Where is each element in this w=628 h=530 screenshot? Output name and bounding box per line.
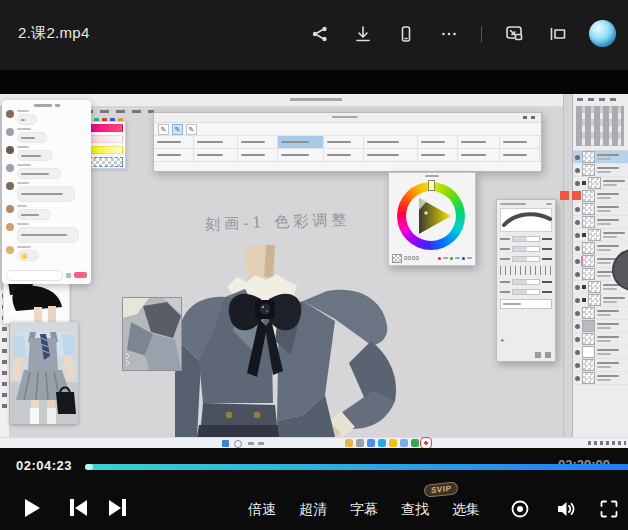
settings-cell[interactable]	[418, 149, 458, 161]
color-wheel-panel[interactable]: 0000	[388, 172, 476, 266]
mini-player-button[interactable]	[503, 23, 525, 45]
windows-taskbar[interactable]	[0, 437, 628, 448]
layer-visibility-icon[interactable]	[575, 272, 580, 277]
layer-row[interactable]	[573, 216, 628, 229]
settings-cell[interactable]	[278, 149, 324, 161]
layer-thumbnail[interactable]	[582, 216, 595, 228]
layer-visibility-icon[interactable]	[575, 233, 580, 238]
settings-cell[interactable]	[154, 149, 194, 161]
layer-row[interactable]	[573, 372, 628, 385]
brush-slider[interactable]	[500, 246, 552, 252]
swatch-magenta[interactable]	[89, 124, 123, 132]
play-button[interactable]	[25, 499, 40, 517]
layer-visibility-icon[interactable]	[575, 285, 580, 290]
layer-row[interactable]	[573, 203, 628, 216]
saturation-triangle[interactable]	[406, 191, 456, 241]
settings-cell[interactable]	[500, 149, 540, 161]
chat-input-field[interactable]	[6, 270, 63, 281]
settings-cell[interactable]	[364, 149, 418, 161]
taskbar-app-icon[interactable]	[411, 439, 419, 447]
layer-row[interactable]	[573, 307, 628, 320]
transparent-color-icon[interactable]	[392, 254, 402, 263]
add-parameter-button[interactable]: +	[500, 337, 505, 345]
swatch-transparent-selected[interactable]	[89, 157, 123, 167]
brush-slider[interactable]	[500, 236, 552, 242]
layer-thumbnail[interactable]	[588, 229, 601, 241]
taskbar-app-icon[interactable]	[422, 439, 430, 447]
settings-cell[interactable]	[500, 136, 540, 148]
gradient-swatch-panel[interactable]	[86, 121, 126, 169]
settings-window-buttons[interactable]	[523, 116, 537, 119]
playback-speed-button[interactable]: 倍速	[248, 501, 276, 519]
find-button[interactable]: 查找	[401, 501, 429, 519]
subtitles-button[interactable]: 字幕	[350, 501, 378, 519]
dlna-ring-button[interactable]	[509, 498, 531, 520]
layer-thumbnail[interactable]	[582, 268, 595, 280]
send-to-phone-button[interactable]	[395, 23, 417, 45]
chat-overlay-window[interactable]	[2, 100, 91, 284]
taskbar-app-icon[interactable]	[345, 439, 353, 447]
cast-screen-button[interactable]	[546, 23, 568, 45]
taskbar-search-icon[interactable]	[234, 440, 242, 448]
layer-visibility-icon[interactable]	[575, 259, 580, 264]
settings-cell[interactable]	[194, 136, 238, 148]
layer-thumbnail[interactable]	[582, 320, 595, 332]
episodes-button[interactable]: 选集	[452, 501, 480, 519]
system-tray[interactable]	[588, 441, 626, 445]
layer-visibility-icon[interactable]	[575, 220, 580, 225]
user-avatar[interactable]	[589, 20, 616, 47]
swatch-pink[interactable]	[89, 135, 123, 143]
layer-visibility-icon[interactable]	[575, 207, 580, 212]
layer-visibility-icon[interactable]	[575, 311, 580, 316]
taskbar-app-icon[interactable]	[356, 439, 364, 447]
progress-bar[interactable]	[85, 464, 628, 470]
layer-row[interactable]	[573, 177, 628, 190]
volume-button[interactable]	[555, 498, 577, 520]
layer-row[interactable]	[573, 320, 628, 333]
layer-row[interactable]	[573, 333, 628, 346]
brush-slider[interactable]	[500, 279, 552, 285]
layer-row[interactable]	[573, 229, 628, 242]
layer-thumbnail[interactable]	[582, 333, 595, 345]
slider-track[interactable]	[512, 256, 540, 262]
more-button[interactable]	[438, 23, 460, 45]
taskbar-app-icon[interactable]	[378, 439, 386, 447]
taskbar-app-icon[interactable]	[367, 439, 375, 447]
chat-send-button[interactable]	[74, 272, 87, 278]
layer-thumbnail[interactable]	[582, 242, 595, 254]
layer-thumbnail[interactable]	[588, 177, 601, 189]
layer-row[interactable]	[573, 359, 628, 372]
settings-cell[interactable]	[364, 136, 418, 148]
layer-row[interactable]	[573, 294, 628, 307]
settings-cell[interactable]	[324, 149, 364, 161]
brush-slider[interactable]	[500, 289, 552, 295]
layer-row[interactable]	[573, 346, 628, 359]
layer-visibility-icon[interactable]	[575, 194, 580, 199]
share-button[interactable]	[309, 23, 331, 45]
settings-cell[interactable]	[458, 149, 500, 161]
brush-panel-footer-buttons[interactable]	[535, 352, 551, 358]
settings-cell[interactable]	[458, 136, 500, 148]
layer-visibility-icon[interactable]	[575, 324, 580, 329]
layer-thumbnail[interactable]	[582, 359, 595, 371]
brush-slider[interactable]	[500, 256, 552, 262]
previous-button[interactable]	[70, 499, 87, 516]
layer-visibility-icon[interactable]	[575, 155, 580, 160]
download-button[interactable]	[352, 23, 374, 45]
settings-cell[interactable]	[418, 136, 458, 148]
layer-thumbnail[interactable]	[582, 190, 595, 202]
emoji-picker-icon[interactable]	[66, 273, 71, 278]
layer-thumbnail[interactable]	[582, 164, 595, 176]
settings-cell[interactable]	[238, 149, 278, 161]
pen-tool-icon[interactable]: ✎	[158, 124, 169, 135]
layer-visibility-icon[interactable]	[575, 363, 580, 368]
layer-thumbnail[interactable]	[582, 255, 595, 267]
layer-thumbnail[interactable]	[582, 151, 595, 163]
layer-row[interactable]	[573, 164, 628, 177]
slider-track[interactable]	[512, 279, 540, 285]
layer-visibility-icon[interactable]	[575, 337, 580, 342]
pen-tool-icon-selected[interactable]: ✎	[172, 124, 183, 135]
taskbar-app-icon[interactable]	[389, 439, 397, 447]
settings-cell[interactable]	[154, 136, 194, 148]
brush-dropdown[interactable]	[500, 299, 552, 309]
